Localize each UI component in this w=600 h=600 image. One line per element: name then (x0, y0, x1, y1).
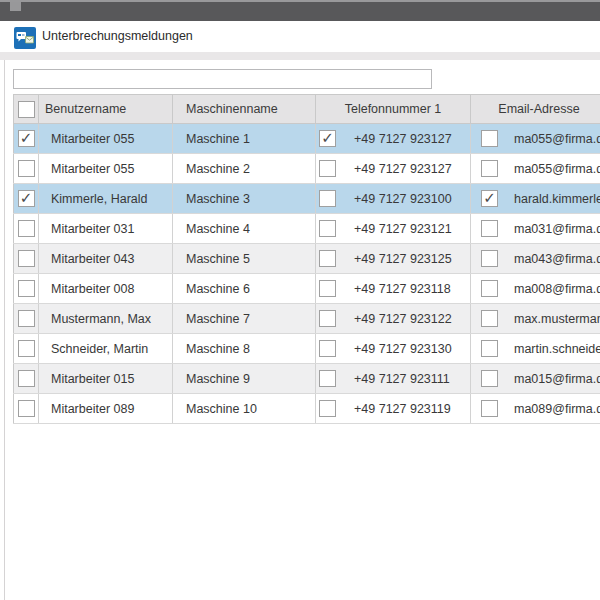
header-strip (0, 52, 600, 60)
phone-checkbox[interactable] (319, 310, 336, 327)
app-window: Unterbrechungsmeldungen Benutzername Mas… (0, 0, 600, 600)
machine-cell: Maschine 5 (173, 244, 316, 274)
email-checkbox[interactable] (481, 250, 498, 267)
phone-checkbox[interactable] (319, 400, 336, 417)
email-checkbox[interactable] (481, 340, 498, 357)
phone-number: +49 7127 923119 (354, 402, 451, 416)
email-cell: harald.kimmerle@firma.de (471, 184, 600, 214)
row-select-checkbox[interactable] (18, 340, 35, 357)
email-address: harald.kimmerle@firma.de (514, 192, 600, 206)
email-checkbox[interactable] (481, 370, 498, 387)
row-select-checkbox[interactable] (18, 370, 35, 387)
column-header-maschinenname[interactable]: Maschinenname (173, 95, 316, 124)
username-cell: Schneider, Martin (39, 334, 173, 364)
column-header-benutzername[interactable]: Benutzername (39, 95, 173, 124)
email-address: ma089@firma.de (514, 402, 600, 416)
username-cell: Mitarbeiter 089 (39, 394, 173, 424)
row-select-cell (14, 274, 39, 304)
username-cell: Mitarbeiter 008 (39, 274, 173, 304)
phone-cell: +49 7127 923125 (316, 244, 471, 274)
table-header: Benutzername Maschinenname Telefonnummer… (14, 95, 600, 124)
table-row[interactable]: Schneider, MartinMaschine 8+49 7127 9231… (14, 334, 600, 364)
table-row[interactable]: Mustermann, MaxMaschine 7+49 7127 923122… (14, 304, 600, 334)
phone-number: +49 7127 923130 (354, 342, 452, 356)
email-address: ma055@firma.de (514, 162, 600, 176)
machine-cell: Maschine 1 (173, 124, 316, 154)
table-row[interactable]: Mitarbeiter 015Maschine 9+49 7127 923111… (14, 364, 600, 394)
email-checkbox[interactable] (481, 310, 498, 327)
select-all-checkbox[interactable] (18, 101, 35, 118)
email-checkbox[interactable] (481, 400, 498, 417)
email-address: max.mustermann@firma.de (514, 312, 600, 326)
phone-cell: +49 7127 923130 (316, 334, 471, 364)
email-address: martin.schneider@firma.de (514, 342, 600, 356)
email-checkbox[interactable] (481, 130, 498, 147)
row-select-checkbox[interactable] (18, 400, 35, 417)
row-select-cell (14, 244, 39, 274)
phone-checkbox[interactable] (319, 370, 336, 387)
messages-table: Benutzername Maschinenname Telefonnummer… (13, 94, 600, 424)
row-select-cell (14, 124, 39, 154)
table-row[interactable]: Mitarbeiter 043Maschine 5+49 7127 923125… (14, 244, 600, 274)
phone-cell: +49 7127 923111 (316, 364, 471, 394)
app-header: Unterbrechungsmeldungen (0, 21, 600, 52)
phone-checkbox[interactable] (319, 130, 336, 147)
row-select-checkbox[interactable] (18, 190, 35, 207)
phone-cell: +49 7127 923127 (316, 124, 471, 154)
phone-checkbox[interactable] (319, 280, 336, 297)
phone-number: +49 7127 923125 (354, 252, 452, 266)
email-cell: ma055@firma.de (471, 124, 600, 154)
table-row[interactable]: Mitarbeiter 089Maschine 10+49 7127 92311… (14, 394, 600, 424)
row-select-checkbox[interactable] (18, 280, 35, 297)
phone-checkbox[interactable] (319, 250, 336, 267)
email-address: ma031@firma.de (514, 222, 600, 236)
table-row[interactable]: Mitarbeiter 055Maschine 2+49 7127 923127… (14, 154, 600, 184)
column-header-telefonnummer[interactable]: Telefonnummer 1 (316, 95, 471, 124)
username-cell: Mitarbeiter 015 (39, 364, 173, 394)
filter-input[interactable] (13, 69, 432, 89)
table-row[interactable]: Mitarbeiter 031Maschine 4+49 7127 923121… (14, 214, 600, 244)
email-cell: ma015@firma.de (471, 364, 600, 394)
column-header-email[interactable]: Email-Adresse (471, 95, 600, 124)
machine-cell: Maschine 8 (173, 334, 316, 364)
table-row[interactable]: Kimmerle, HaraldMaschine 3+49 7127 92310… (14, 184, 600, 214)
machine-cell: Maschine 9 (173, 364, 316, 394)
table-row[interactable]: Mitarbeiter 055Maschine 1+49 7127 923127… (14, 124, 600, 154)
email-checkbox[interactable] (481, 190, 498, 207)
email-checkbox[interactable] (481, 280, 498, 297)
machine-cell: Maschine 7 (173, 304, 316, 334)
username-cell: Mitarbeiter 055 (39, 154, 173, 184)
phone-number: +49 7127 923121 (354, 222, 452, 236)
table-row[interactable]: Mitarbeiter 008Maschine 6+49 7127 923118… (14, 274, 600, 304)
email-address: ma055@firma.de (514, 132, 600, 146)
phone-number: +49 7127 923122 (354, 312, 452, 326)
row-select-checkbox[interactable] (18, 130, 35, 147)
username-cell: Kimmerle, Harald (39, 184, 173, 214)
email-cell: ma089@firma.de (471, 394, 600, 424)
row-select-checkbox[interactable] (18, 310, 35, 327)
phone-cell: +49 7127 923100 (316, 184, 471, 214)
username-cell: Mitarbeiter 043 (39, 244, 173, 274)
machine-cell: Maschine 6 (173, 274, 316, 304)
email-cell: ma043@firma.de (471, 244, 600, 274)
email-checkbox[interactable] (481, 220, 498, 237)
phone-checkbox[interactable] (319, 190, 336, 207)
row-select-checkbox[interactable] (18, 250, 35, 267)
email-address: ma015@firma.de (514, 372, 600, 386)
row-select-checkbox[interactable] (18, 220, 35, 237)
email-checkbox[interactable] (481, 160, 498, 177)
email-cell: ma031@firma.de (471, 214, 600, 244)
phone-checkbox[interactable] (319, 160, 336, 177)
phone-cell: +49 7127 923127 (316, 154, 471, 184)
phone-number: +49 7127 923100 (354, 192, 452, 206)
phone-cell: +49 7127 923118 (316, 274, 471, 304)
phone-number: +49 7127 923127 (354, 132, 452, 146)
page-title: Unterbrechungsmeldungen (42, 21, 193, 52)
phone-checkbox[interactable] (319, 340, 336, 357)
window-title-bar (0, 2, 600, 21)
email-cell: ma008@firma.de (471, 274, 600, 304)
phone-checkbox[interactable] (319, 220, 336, 237)
table-body: Mitarbeiter 055Maschine 1+49 7127 923127… (14, 124, 600, 424)
row-select-checkbox[interactable] (18, 160, 35, 177)
phone-cell: +49 7127 923121 (316, 214, 471, 244)
